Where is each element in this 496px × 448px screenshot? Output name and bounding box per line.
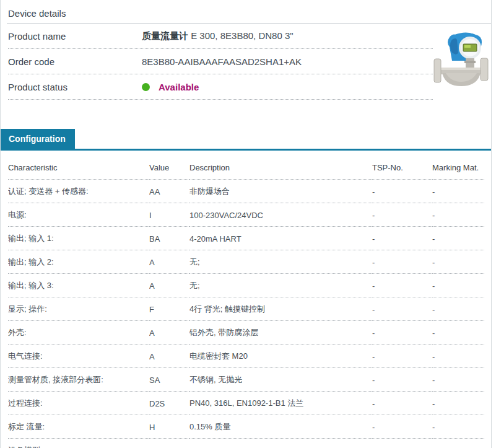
order-code-row: Order code 8E3B80-AAIBAAAFAASAD2SHA1+AK — [8, 49, 433, 74]
tsp-no-cell: - — [372, 392, 432, 415]
device-details-page: Device details Product name 质量流量计 E 300,… — [0, 0, 492, 448]
characteristic-cell: 显示; 操作: — [8, 297, 149, 321]
status-available-dot-icon — [142, 83, 150, 91]
product-name-label: Product name — [8, 31, 142, 42]
tsp-no-cell: - — [372, 203, 432, 227]
config-table-row: 输出; 输入 2:A无;-- — [8, 250, 484, 274]
description-cell: 铝外壳, 带防腐涂层 — [189, 321, 372, 345]
value-cell: H — [149, 415, 189, 439]
characteristic-cell: 标定 流量: — [8, 415, 149, 439]
value-cell: I — [149, 203, 189, 227]
tsp-no-cell: - — [372, 345, 432, 368]
marking-mat-cell: - — [432, 368, 484, 392]
tsp-no-cell: - — [372, 250, 432, 274]
characteristic-cell: 输出; 输入 1: — [8, 227, 149, 250]
configuration-table-wrap: Characteristic Value Description TSP-No.… — [1, 151, 491, 448]
config-table-row: 设备模型:A11-- — [8, 439, 484, 448]
value-cell: AA — [149, 180, 189, 203]
table-header-row: Characteristic Value Description TSP-No.… — [8, 151, 484, 180]
description-cell: PN40, 316L, EN1092-1-B1 法兰 — [189, 392, 372, 415]
marking-mat-cell: - — [432, 345, 484, 368]
value-cell: A — [149, 274, 189, 297]
config-table-row: 输出; 输入 3:A无;-- — [8, 274, 484, 297]
config-table-row: 外壳:A铝外壳, 带防腐涂层-- — [8, 321, 484, 345]
description-cell: 0.15% 质量 — [189, 415, 372, 439]
description-cell: 1 — [189, 439, 372, 448]
order-code-label: Order code — [8, 56, 142, 67]
tsp-no-cell: - — [372, 297, 432, 321]
characteristic-cell: 测量管材质, 接液部分表面: — [8, 368, 149, 392]
description-cell: 4-20mA HART — [189, 227, 372, 250]
config-table-row: 电源:I100-230VAC/24VDC-- — [8, 203, 484, 227]
marking-mat-cell: - — [432, 415, 484, 439]
config-table-row: 认证; 变送器 + 传感器:AA非防爆场合-- — [8, 180, 484, 203]
tsp-no-cell: - — [372, 439, 432, 448]
tsp-no-cell: - — [372, 321, 432, 345]
product-name-value: 质量流量计 E 300, 8E3B80, DN80 3" — [142, 30, 294, 42]
header-tsp-no: TSP-No. — [372, 151, 432, 180]
description-cell: 4行 背光; 触摸键控制 — [189, 297, 372, 321]
tab-configuration[interactable]: Configuration — [1, 129, 75, 149]
section-title: Device details — [8, 8, 491, 19]
config-table-row: 标定 流量:H0.15% 质量-- — [8, 415, 484, 439]
product-status-value: Available — [142, 82, 199, 92]
characteristic-cell: 过程连接: — [8, 392, 149, 415]
marking-mat-cell: - — [432, 203, 484, 227]
characteristic-cell: 电源: — [8, 203, 149, 227]
product-name-bold: 质量流量计 — [142, 30, 188, 41]
value-cell: A1 — [149, 439, 189, 448]
marking-mat-cell: - — [432, 274, 484, 297]
order-code-value: 8E3B80-AAIBAAAFAASAD2SHA1+AK — [142, 56, 302, 67]
config-table-row: 电气连接:A电缆密封套 M20-- — [8, 345, 484, 368]
tsp-no-cell: - — [372, 180, 432, 203]
description-cell: 电缆密封套 M20 — [189, 345, 372, 368]
tsp-no-cell: - — [372, 368, 432, 392]
marking-mat-cell: - — [432, 321, 484, 345]
characteristic-cell: 输出; 输入 2: — [8, 250, 149, 274]
description-cell: 无; — [189, 250, 372, 274]
flowmeter-illustration — [431, 30, 490, 90]
config-table-row: 过程连接:D2SPN40, 316L, EN1092-1-B1 法兰-- — [8, 392, 484, 415]
value-cell: D2S — [149, 392, 189, 415]
description-cell: 无; — [189, 274, 372, 297]
header-value: Value — [149, 151, 189, 180]
marking-mat-cell: - — [432, 250, 484, 274]
config-table-row: 显示; 操作:F4行 背光; 触摸键控制-- — [8, 297, 484, 321]
marking-mat-cell: - — [432, 227, 484, 250]
value-cell: A — [149, 250, 189, 274]
product-name-row: Product name 质量流量计 E 300, 8E3B80, DN80 3… — [8, 24, 433, 49]
description-cell: 非防爆场合 — [189, 180, 372, 203]
tsp-no-cell: - — [372, 227, 432, 250]
marking-mat-cell: - — [432, 392, 484, 415]
value-cell: A — [149, 345, 189, 368]
configuration-table: Characteristic Value Description TSP-No.… — [8, 151, 484, 448]
tsp-no-cell: - — [372, 274, 432, 297]
product-status-row: Product status Available — [8, 74, 433, 100]
description-cell: 100-230VAC/24VDC — [189, 203, 372, 227]
value-cell: SA — [149, 368, 189, 392]
value-cell: A — [149, 321, 189, 345]
marking-mat-cell: - — [432, 439, 484, 448]
header-characteristic: Characteristic — [8, 151, 149, 180]
value-cell: BA — [149, 227, 189, 250]
characteristic-cell: 外壳: — [8, 321, 149, 345]
status-text: Available — [159, 82, 199, 92]
device-details-section: Device details Product name 质量流量计 E 300,… — [1, 0, 491, 100]
tsp-no-cell: - — [372, 415, 432, 439]
header-description: Description — [189, 151, 372, 180]
config-table-row: 测量管材质, 接液部分表面:SA不锈钢, 无抛光-- — [8, 368, 484, 392]
tab-area: Configuration — [1, 129, 491, 151]
product-status-label: Product status — [8, 82, 142, 92]
value-cell: F — [149, 297, 189, 321]
product-image — [431, 30, 490, 90]
characteristic-cell: 设备模型: — [8, 439, 149, 448]
marking-mat-cell: - — [432, 180, 484, 203]
description-cell: 不锈钢, 无抛光 — [189, 368, 372, 392]
characteristic-cell: 输出; 输入 3: — [8, 274, 149, 297]
config-table-row: 输出; 输入 1:BA4-20mA HART-- — [8, 227, 484, 250]
header-marking-mat: Marking Mat. — [432, 151, 484, 180]
configuration-table-body: 认证; 变送器 + 传感器:AA非防爆场合--电源:I100-230VAC/24… — [8, 180, 484, 448]
characteristic-cell: 认证; 变送器 + 传感器: — [8, 180, 149, 203]
product-name-rest: E 300, 8E3B80, DN80 3" — [188, 30, 294, 41]
characteristic-cell: 电气连接: — [8, 345, 149, 368]
